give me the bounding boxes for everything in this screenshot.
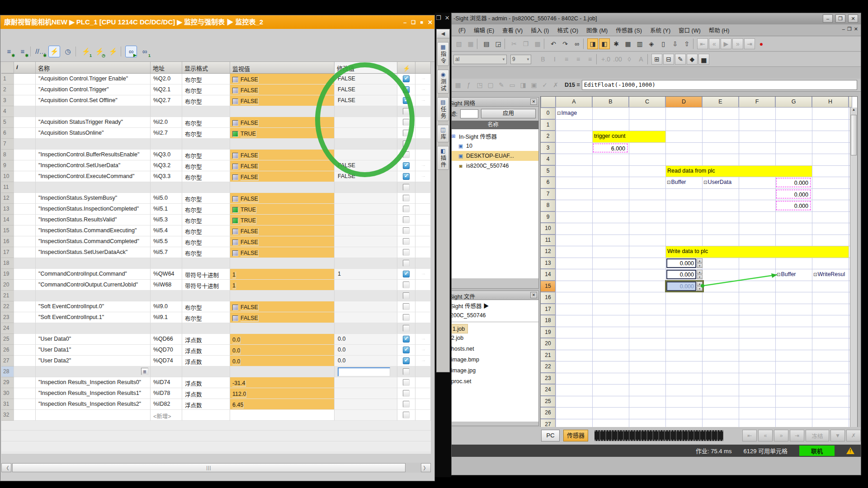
formula-icon[interactable]: ◳ bbox=[475, 80, 484, 90]
formula-icon[interactable]: ƒ bbox=[464, 80, 473, 90]
close-icon[interactable]: ✕ bbox=[854, 26, 858, 32]
row-name-cell[interactable]: "Inspection Results_Inspection Results2" bbox=[36, 399, 151, 410]
row-modify-checkbox-cell[interactable] bbox=[397, 193, 415, 204]
row-modify-checkbox-cell[interactable] bbox=[397, 236, 415, 247]
file-item[interactable]: 1.job bbox=[451, 324, 468, 333]
row-modify-checkbox-cell[interactable] bbox=[397, 356, 415, 366]
row-format-cell[interactable]: 浮点数 bbox=[182, 399, 230, 410]
row-header-24[interactable]: 24 bbox=[541, 384, 556, 396]
close-icon[interactable]: ✕ bbox=[428, 19, 433, 26]
row-modify-cell[interactable] bbox=[335, 128, 397, 139]
redo-icon[interactable]: ↷ bbox=[560, 38, 571, 49]
row-name-cell[interactable]: "InspectionStatus.InspectionCompleted" bbox=[36, 204, 151, 215]
column-header-H[interactable]: H bbox=[812, 97, 849, 108]
checkbox-icon[interactable] bbox=[403, 314, 410, 321]
row-address-cell[interactable]: %IW68 bbox=[151, 280, 182, 291]
alert-diamond-icon[interactable]: ◆ bbox=[687, 54, 698, 65]
checkbox-checked-icon[interactable] bbox=[403, 347, 410, 353]
checkbox-icon[interactable] bbox=[403, 390, 410, 397]
checkbox-icon[interactable] bbox=[403, 227, 410, 234]
file-item[interactable]: hosts.net bbox=[451, 344, 538, 355]
close-icon[interactable]: ✕ bbox=[848, 14, 858, 23]
font-color-icon[interactable]: A bbox=[636, 54, 646, 65]
row-modify-cell[interactable]: 0.0 bbox=[335, 345, 397, 356]
restore-icon[interactable]: ❐ bbox=[847, 26, 852, 32]
checkbox-icon[interactable] bbox=[403, 292, 410, 299]
row-header-4[interactable]: 4 bbox=[541, 154, 556, 165]
cell-spinner[interactable]: 0.000▲▼ bbox=[666, 258, 703, 268]
row-modify-cell[interactable] bbox=[335, 312, 397, 323]
watch-table-row[interactable]: 18 bbox=[1, 258, 431, 269]
freeze-button[interactable]: 冻结 bbox=[806, 430, 829, 441]
notes-icon[interactable]: ▯ bbox=[658, 38, 669, 49]
row-modify-cell[interactable] bbox=[335, 410, 397, 421]
row-modify-checkbox-cell[interactable] bbox=[397, 334, 415, 345]
row-format-cell[interactable]: 布尔型 bbox=[182, 74, 230, 84]
watch-table-row[interactable]: 30"Inspection Results_Inspection Results… bbox=[1, 388, 431, 399]
minimize-icon[interactable]: – bbox=[403, 19, 406, 26]
row-address-cell[interactable]: %I9.0 bbox=[151, 301, 182, 312]
row-format-cell[interactable]: 带符号十进制 bbox=[182, 269, 230, 280]
row-format-cell[interactable]: 浮点数 bbox=[182, 356, 230, 366]
row-modify-checkbox-cell[interactable] bbox=[397, 269, 415, 280]
row-format-cell[interactable] bbox=[182, 139, 230, 150]
row-address-cell[interactable]: %I5.0 bbox=[151, 193, 182, 204]
checkbox-icon[interactable] bbox=[403, 119, 410, 126]
scroll-left-icon[interactable]: 〈 bbox=[1, 463, 11, 472]
insert-row-icon[interactable]: ≡✱ bbox=[3, 46, 15, 57]
row-header-2[interactable]: 2 bbox=[541, 131, 556, 142]
row-modify-cell[interactable] bbox=[335, 291, 397, 301]
row-name-cell[interactable]: "InspectionStatus.CommandExecuting" bbox=[36, 225, 151, 236]
monitor-once-icon[interactable]: ◷ bbox=[62, 46, 74, 57]
formula-icon[interactable]: ✓ bbox=[540, 80, 549, 90]
watch-table-hscrollbar[interactable]: 〈 ||| 〉 bbox=[1, 463, 431, 473]
row-address-cell[interactable]: %I5.5 bbox=[151, 236, 182, 247]
row-format-cell[interactable]: 布尔型 bbox=[182, 236, 230, 247]
watch-table-row[interactable]: 31"Inspection Results_Inspection Results… bbox=[1, 399, 431, 410]
filter-input[interactable] bbox=[460, 109, 478, 118]
row-address-cell[interactable]: %QD70 bbox=[151, 345, 182, 356]
row-address-cell[interactable] bbox=[151, 323, 182, 334]
network-tree-item[interactable]: ◙is8200C_550746 bbox=[451, 161, 538, 171]
row-name-cell[interactable]: "InspectionStatus.SetUserDataAck" bbox=[36, 247, 151, 258]
checkbox-checked-icon[interactable] bbox=[403, 75, 410, 82]
row-name-cell[interactable]: "Acquisition Control.Trigger Enable" bbox=[36, 74, 151, 84]
row-format-cell[interactable] bbox=[182, 291, 230, 301]
row-modify-checkbox-cell[interactable] bbox=[397, 291, 415, 301]
modify-now-icon[interactable]: ⚡1 bbox=[80, 46, 92, 57]
row-address-cell[interactable] bbox=[151, 291, 182, 301]
checkbox-icon[interactable] bbox=[403, 401, 410, 408]
row-address-cell[interactable] bbox=[151, 182, 182, 193]
prev-image-icon[interactable]: « bbox=[709, 38, 720, 49]
row-address-cell[interactable]: %Q2.0 bbox=[151, 74, 182, 84]
formula-icon[interactable]: ✎ bbox=[497, 80, 506, 90]
row-header-15[interactable]: 15 bbox=[541, 281, 556, 292]
chart-icon[interactable]: ▅ bbox=[698, 54, 709, 65]
column-header-B[interactable]: B bbox=[592, 97, 629, 108]
checkbox-icon[interactable] bbox=[403, 325, 410, 332]
row-format-cell[interactable]: 浮点数 bbox=[182, 334, 230, 345]
formula-icon[interactable]: ✗ bbox=[551, 80, 560, 90]
row-modify-checkbox-cell[interactable] bbox=[397, 84, 415, 95]
collapse-panel-icon[interactable]: ◀ bbox=[437, 29, 449, 38]
row-name-cell[interactable]: "Acquisition StatusOnline" bbox=[36, 128, 151, 139]
row-address-cell[interactable]: %QD66 bbox=[151, 334, 182, 345]
watch-table-row[interactable]: 21 bbox=[1, 291, 431, 301]
pc-button[interactable]: PC bbox=[541, 430, 560, 441]
row-address-cell[interactable] bbox=[151, 106, 182, 117]
modify-with-trigger-icon[interactable]: ⚡◷ bbox=[94, 46, 105, 57]
watch-table-row[interactable]: 16"InspectionStatus.CommandCompleted"%I5… bbox=[1, 236, 431, 247]
close-icon[interactable]: ✕ bbox=[530, 99, 537, 105]
cell-edit-value[interactable]: 6.000 bbox=[593, 144, 627, 153]
row-name-cell[interactable]: "User Data2" bbox=[36, 356, 151, 366]
row-address-cell[interactable]: %I9.1 bbox=[151, 312, 182, 323]
row-format-cell[interactable]: 浮点数 bbox=[182, 388, 230, 399]
watch-table-row[interactable]: 3"Acquisition Control.Set Offline"%Q2.7布… bbox=[1, 95, 431, 106]
row-format-cell[interactable]: 布尔型 bbox=[182, 84, 230, 95]
row-address-cell[interactable]: %I5.3 bbox=[151, 215, 182, 225]
spinner-value[interactable]: 0.000 bbox=[666, 258, 696, 268]
cell-spinner-selected[interactable]: 0.000▲▼ bbox=[666, 282, 703, 291]
cell-spinner[interactable]: 0.000▲▼ bbox=[666, 270, 703, 279]
close-icon[interactable]: ✕ bbox=[530, 292, 537, 298]
row-modify-checkbox-cell[interactable] bbox=[397, 117, 415, 128]
